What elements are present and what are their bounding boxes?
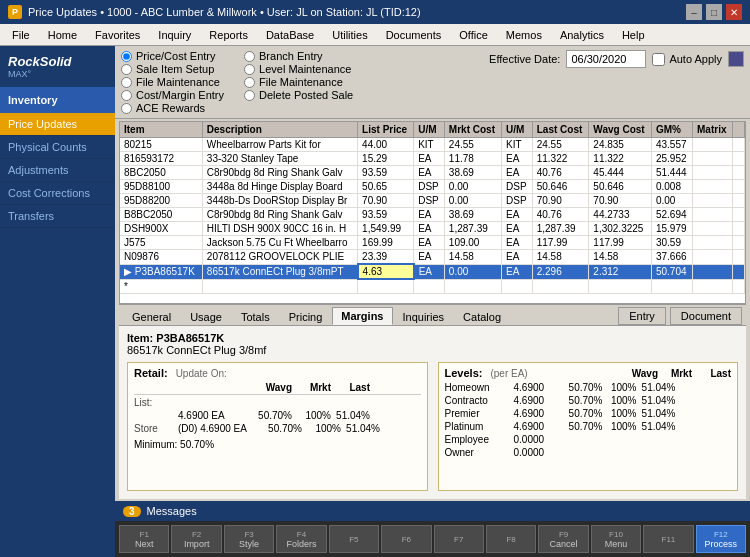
menu-favorites[interactable]: Favorites (87, 27, 148, 43)
sidebar-logo: RockSolid MAX° (0, 46, 115, 88)
radio-group: Price/Cost Entry Sale Item Setup File Ma… (121, 50, 353, 114)
menu-analytics[interactable]: Analytics (552, 27, 612, 43)
menu-office[interactable]: Office (451, 27, 496, 43)
sidebar-item-adjustments[interactable]: Adjustments (0, 159, 115, 182)
fkey-f12[interactable]: F12Process (696, 525, 746, 553)
menu-documents[interactable]: Documents (378, 27, 450, 43)
detail-item-id: Item: P3BA86517K (127, 332, 738, 344)
tab-pricing[interactable]: Pricing (280, 308, 332, 325)
level-homeown: Homeown 4.6900 50.70% 100% 51.04% (445, 381, 732, 394)
fkey-f8[interactable]: F8 (486, 525, 536, 553)
radio-branch-entry[interactable]: Branch Entry (244, 50, 353, 62)
table-row[interactable]: 95D88100 3448a 8d Hinge Display Board 50… (120, 180, 745, 194)
tab-catalog[interactable]: Catalog (454, 308, 510, 325)
table-row-selected[interactable]: ▶ P3BA86517K 86517k ConnECt Plug 3/8mPT … (120, 264, 745, 279)
sidebar-item-physical-counts[interactable]: Physical Counts (0, 136, 115, 159)
sidebar: RockSolid MAX° Inventory Price Updates P… (0, 46, 115, 557)
table-row[interactable]: B8BC2050 C8r90bdg 8d Ring Shank Galv 93.… (120, 208, 745, 222)
data-table-container: Item Description List Price U/M Mrkt Cos… (119, 121, 746, 304)
radio-delete-posted[interactable]: Delete Posted Sale (244, 89, 353, 101)
sidebar-item-price-updates[interactable]: Price Updates (0, 113, 115, 136)
tab-inquiries[interactable]: Inquiries (394, 308, 454, 325)
radio-col-2: Branch Entry Level Maintenance File Main… (244, 50, 353, 101)
entry-button[interactable]: Entry (618, 307, 666, 325)
app-icon: P (8, 5, 22, 19)
radio-cost-margin[interactable]: Cost/Margin Entry (121, 89, 224, 101)
update-on: Update On: (176, 368, 227, 379)
detail-panel: General Usage Totals Pricing Margins Inq… (119, 304, 746, 499)
maximize-button[interactable]: □ (706, 4, 722, 20)
fkey-f11[interactable]: F11 (643, 525, 693, 553)
tab-usage[interactable]: Usage (181, 308, 231, 325)
auto-apply-label: Auto Apply (669, 53, 722, 65)
messages-count: 3 (123, 506, 141, 517)
radio-file-maint[interactable]: File Maintenance (121, 76, 224, 88)
close-button[interactable]: ✕ (726, 4, 742, 20)
effective-date-input[interactable] (566, 50, 646, 68)
menu-reports[interactable]: Reports (201, 27, 256, 43)
minimize-button[interactable]: – (686, 4, 702, 20)
retail-store-row: Store (D0) 4.6900 EA 50.70% 100% 51.04% (134, 422, 421, 435)
fkey-f5[interactable]: F5 (329, 525, 379, 553)
tab-margins[interactable]: Margins (332, 307, 392, 325)
tab-totals[interactable]: Totals (232, 308, 279, 325)
detail-tab-actions: Entry Document (618, 307, 742, 325)
table-row[interactable]: 95D88200 3448b-Ds DooRStop Display Br 70… (120, 194, 745, 208)
detail-content: Item: P3BA86517K 86517k ConnECt Plug 3/8… (119, 326, 746, 497)
minimum-row: Minimum: 50.70% (134, 439, 421, 450)
sidebar-section-inventory[interactable]: Inventory (0, 88, 115, 113)
radio-price-cost[interactable]: Price/Cost Entry (121, 50, 224, 62)
col-header-matrix: Matrix (693, 122, 733, 138)
title-bar: P Price Updates • 1000 - ABC Lumber & Mi… (0, 0, 750, 24)
fkey-f2[interactable]: F2Import (171, 525, 221, 553)
fkey-f9[interactable]: F9Cancel (538, 525, 588, 553)
menu-help[interactable]: Help (614, 27, 653, 43)
messages-bar: 3 Messages (115, 501, 750, 521)
document-button[interactable]: Document (670, 307, 742, 325)
fkey-f7[interactable]: F7 (434, 525, 484, 553)
radio-sale-item[interactable]: Sale Item Setup (121, 63, 224, 75)
tab-general[interactable]: General (123, 308, 180, 325)
col-header-list: List Price (358, 122, 414, 138)
toolbar-right: Effective Date: Auto Apply (489, 50, 744, 68)
effective-date-label: Effective Date: (489, 53, 560, 65)
table-row[interactable]: 8BC2050 C8r90bdg 8d Ring Shank Galv 93.5… (120, 166, 745, 180)
table-scroll[interactable]: Item Description List Price U/M Mrkt Cos… (120, 122, 745, 303)
fkey-f6[interactable]: F6 (381, 525, 431, 553)
sidebar-item-cost-corrections[interactable]: Cost Corrections (0, 182, 115, 205)
retail-list-row: List: (134, 396, 421, 409)
radio-col-1: Price/Cost Entry Sale Item Setup File Ma… (121, 50, 224, 114)
table-row[interactable]: J575 Jackson 5.75 Cu Ft Wheelbarro 169.9… (120, 236, 745, 250)
col-header-scroll (733, 122, 745, 138)
table-row[interactable]: 80215 Wheelbarrow Parts Kit for 44.00 KI… (120, 138, 745, 152)
table-row[interactable]: DSH900X HILTI DSH 900X 90CC 16 in. H 1,5… (120, 222, 745, 236)
price-edit-cell[interactable]: 4.63 (358, 264, 414, 279)
radio-file-maint2[interactable]: File Maintenance (244, 76, 353, 88)
fkey-f4[interactable]: F4Folders (276, 525, 326, 553)
radio-ace-rewards[interactable]: ACE Rewards (121, 102, 224, 114)
fkey-f1[interactable]: F1Next (119, 525, 169, 553)
menu-utilities[interactable]: Utilities (324, 27, 375, 43)
level-premier: Premier 4.6900 50.70% 100% 51.04% (445, 407, 732, 420)
level-platinum: Platinum 4.6900 50.70% 100% 51.04% (445, 420, 732, 433)
detail-panels: Retail: Update On: Wavg Mrkt Last (127, 362, 738, 491)
view-toggle-button[interactable] (728, 51, 744, 67)
table-row[interactable]: N09876 2078112 GROOVELOCK PLIE 23.39 EA … (120, 250, 745, 265)
menu-inquiry[interactable]: Inquiry (150, 27, 199, 43)
logo-text: RockSolid (8, 54, 107, 69)
menu-file[interactable]: File (4, 27, 38, 43)
table-row[interactable]: 816593172 33-320 Stanley Tape 15.29 EA 1… (120, 152, 745, 166)
detail-right-panel: Levels: (per EA) Wavg Mrkt Last Homeown … (438, 362, 739, 491)
col-header-um: U/M (414, 122, 445, 138)
messages-label: Messages (147, 505, 197, 517)
detail-left-panel: Retail: Update On: Wavg Mrkt Last (127, 362, 428, 491)
fkey-f10[interactable]: F10Menu (591, 525, 641, 553)
menu-memos[interactable]: Memos (498, 27, 550, 43)
sidebar-item-transfers[interactable]: Transfers (0, 205, 115, 228)
auto-apply-checkbox[interactable]: Auto Apply (652, 53, 722, 66)
menu-database[interactable]: DataBase (258, 27, 322, 43)
menu-home[interactable]: Home (40, 27, 85, 43)
fkey-f3[interactable]: F3Style (224, 525, 274, 553)
radio-level-maint[interactable]: Level Maintenance (244, 63, 353, 75)
retail-col-headers: Wavg Mrkt Last (134, 381, 421, 395)
